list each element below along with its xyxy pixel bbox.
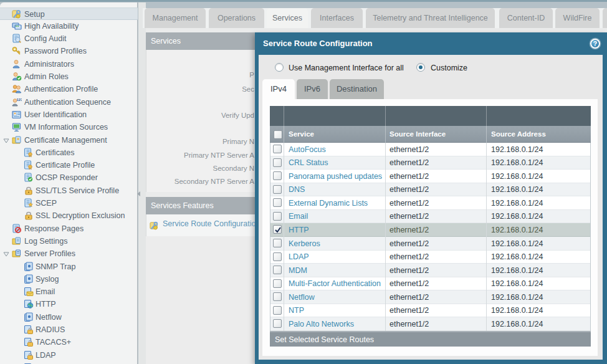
svg-text:123: 123 <box>17 98 22 102</box>
